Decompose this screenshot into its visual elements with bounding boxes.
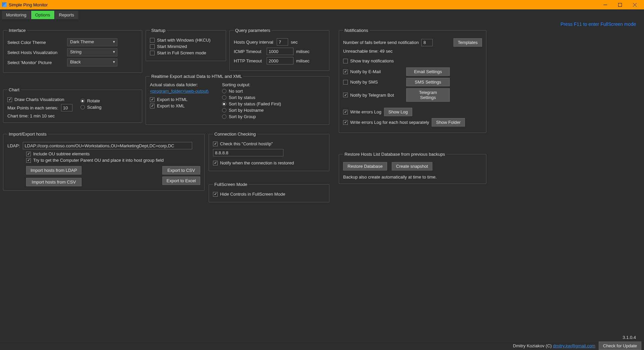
status-folder-link[interactable]: <program_folder>\web-output\ xyxy=(150,89,209,94)
scaling-radio[interactable]: Scaling xyxy=(80,105,102,110)
monitor-pic-label: Select 'Monitor' Picture xyxy=(7,60,64,65)
tray-checkbox[interactable]: Show tray notifications xyxy=(343,58,482,63)
svg-rect-1 xyxy=(618,3,622,6)
telegram-checkbox[interactable]: Notify by Telegram Bot xyxy=(343,93,404,98)
include-ou-checkbox[interactable]: Include OU subtree elements xyxy=(26,151,200,156)
chart-legend: Chart xyxy=(7,87,21,92)
monitor-pic-combo[interactable]: Black xyxy=(67,58,117,66)
sort-label: Sorting output: xyxy=(222,82,281,87)
create-snapshot-button[interactable]: Create snapshot xyxy=(392,162,432,170)
connection-group: Connection Checking Check this "Control … xyxy=(209,132,329,171)
title-bar: Simple Ping Monitor xyxy=(0,0,644,9)
start-windows-checkbox[interactable]: Start with Windows (HKCU) xyxy=(150,38,222,43)
unreachable-label: Unreachable time: 49 sec xyxy=(343,49,482,54)
http-input[interactable] xyxy=(267,57,293,64)
telegram-settings-button[interactable]: Telegram Settings xyxy=(406,88,450,102)
interval-unit: sec xyxy=(291,40,298,45)
interface-legend: Interface xyxy=(7,28,27,33)
sort-group-radio[interactable]: Sort by Group xyxy=(222,114,281,119)
sms-checkbox[interactable]: Notify by SMS xyxy=(343,80,404,85)
icmp-input[interactable] xyxy=(267,48,293,55)
fullscreen-legend: FullScreen Mode xyxy=(213,182,249,187)
show-log-button[interactable]: Show Log xyxy=(384,108,412,116)
rotate-radio[interactable]: Rotate xyxy=(80,98,102,103)
notifications-group: Notifications Number of fails before sen… xyxy=(339,28,486,133)
sort-hostname-radio[interactable]: Sort by Hostname xyxy=(222,108,281,113)
color-theme-combo[interactable]: Dark Theme xyxy=(67,38,117,46)
hide-controls-checkbox[interactable]: Hide Controls in FullScreen Mode xyxy=(213,192,325,197)
import-export-legend: Import/Export hosts xyxy=(7,132,48,137)
start-fs-checkbox[interactable]: Start in Full Screen mode xyxy=(150,50,222,55)
realtime-legend: Realtime Export actual Data to HTML and … xyxy=(150,74,243,79)
check-update-button[interactable]: Check for Update xyxy=(599,342,641,350)
tab-options[interactable]: Options xyxy=(31,11,54,19)
check-host-checkbox[interactable]: Check this "Control host/ip" xyxy=(213,141,325,146)
restore-legend: Restore Hosts List Database from previou… xyxy=(343,152,446,157)
restore-group: Restore Hosts List Database from previou… xyxy=(339,152,486,184)
app-icon xyxy=(2,2,7,7)
window-title: Simple Ping Monitor xyxy=(9,2,48,7)
fails-input[interactable] xyxy=(421,39,433,46)
tab-reports[interactable]: Reports xyxy=(55,11,78,19)
interval-label: Hosts Query interval xyxy=(234,40,274,45)
status-bar: Dmitry Koziakov (C) dmitry.kw@gmail.com … xyxy=(0,341,644,350)
author-email-link[interactable]: dmitry.kw@gmail.com xyxy=(553,343,595,348)
startup-legend: Startup xyxy=(150,28,167,33)
fullscreen-hint[interactable]: Press F11 to enter FullScreen mode xyxy=(560,21,636,27)
interval-input[interactable] xyxy=(277,38,288,46)
control-host-input[interactable] xyxy=(213,149,283,156)
show-folder-button[interactable]: Show Folder xyxy=(432,118,465,127)
import-csv-button[interactable]: Import hosts from CSV xyxy=(26,178,82,186)
errors-each-checkbox[interactable]: Write errors Log for each host separatel… xyxy=(343,120,429,125)
close-button[interactable] xyxy=(627,0,642,9)
templates-button[interactable]: Templates xyxy=(453,38,482,47)
import-ldap-button[interactable]: Import hosts from LDAP xyxy=(26,166,82,174)
errors-log-checkbox[interactable]: Write errors Log xyxy=(343,109,381,114)
hosts-vis-combo[interactable]: String xyxy=(67,48,117,56)
query-group: Query parameters Hosts Query interval se… xyxy=(229,28,329,71)
draw-charts-checkbox[interactable]: Draw Charts Visualization xyxy=(7,97,72,102)
sort-status-radio[interactable]: Sort by status xyxy=(222,95,281,100)
hosts-vis-label: Select Hosts Visualization xyxy=(7,50,64,55)
tab-bar: Monitoring Options Reports xyxy=(0,9,644,19)
sort-status-failed-radio[interactable]: Sort by status (Failed First) xyxy=(222,101,281,106)
max-points-label: Max Points in each series: xyxy=(7,105,58,110)
import-export-group: Import/Export hosts LDAP: Include OU sub… xyxy=(3,132,205,191)
chart-time-label: Chart time: 1 min 10 sec xyxy=(7,113,72,118)
chart-group: Chart Draw Charts Visualization Max Poin… xyxy=(3,87,142,123)
ldap-label: LDAP: xyxy=(7,143,20,148)
minimize-button[interactable] xyxy=(598,0,612,9)
status-folder-label: Actual status data folder: xyxy=(150,82,209,87)
restore-note: Backup also create automatically at time… xyxy=(343,174,482,180)
startup-group: Startup Start with Windows (HKCU) Start … xyxy=(146,28,226,61)
tab-monitoring[interactable]: Monitoring xyxy=(2,11,31,19)
maximize-button[interactable] xyxy=(612,0,627,9)
icmp-unit: milisec xyxy=(296,49,310,54)
fails-label: Number of fails before send notification xyxy=(343,40,419,45)
color-theme-label: Select Color Theme xyxy=(7,40,64,45)
restore-db-button[interactable]: Restore Database xyxy=(343,162,387,170)
export-csv-button[interactable]: Export to CSV xyxy=(162,166,200,174)
ldap-input[interactable] xyxy=(23,142,192,149)
interface-group: Interface Select Color Theme Dark Theme … xyxy=(3,28,142,73)
realtime-group: Realtime Export actual Data to HTML and … xyxy=(146,74,329,125)
start-min-checkbox[interactable]: Start Minimized xyxy=(150,44,222,49)
export-xml-checkbox[interactable]: Export to XML xyxy=(150,103,209,108)
export-html-checkbox[interactable]: Export to HTML xyxy=(150,97,209,102)
notifications-legend: Notifications xyxy=(343,28,370,33)
fullscreen-group: FullScreen Mode Hide Controls in FullScr… xyxy=(209,182,329,202)
notify-restored-checkbox[interactable]: Notify when the connection is restored xyxy=(213,160,325,165)
version-label: 3.1.0.4 xyxy=(623,335,636,340)
email-settings-button[interactable]: Email Settings xyxy=(406,67,450,76)
author-label: Dmitry Koziakov (C) dmitry.kw@gmail.com xyxy=(513,343,595,348)
icmp-label: ICMP Timeout xyxy=(234,49,264,54)
http-label: HTTP Timeout xyxy=(234,58,264,63)
sms-settings-button[interactable]: SMS Settings xyxy=(406,78,450,86)
connection-legend: Connection Checking xyxy=(213,132,257,137)
try-ou-checkbox[interactable]: Try to get the Computer Parent OU and pl… xyxy=(26,158,200,163)
export-excel-button[interactable]: Export to Excel xyxy=(162,177,200,185)
max-points-input[interactable] xyxy=(61,104,72,111)
query-legend: Query parameters xyxy=(234,28,272,33)
email-checkbox[interactable]: Notify by E-Mail xyxy=(343,69,404,74)
sort-none-radio[interactable]: No sort xyxy=(222,89,281,94)
